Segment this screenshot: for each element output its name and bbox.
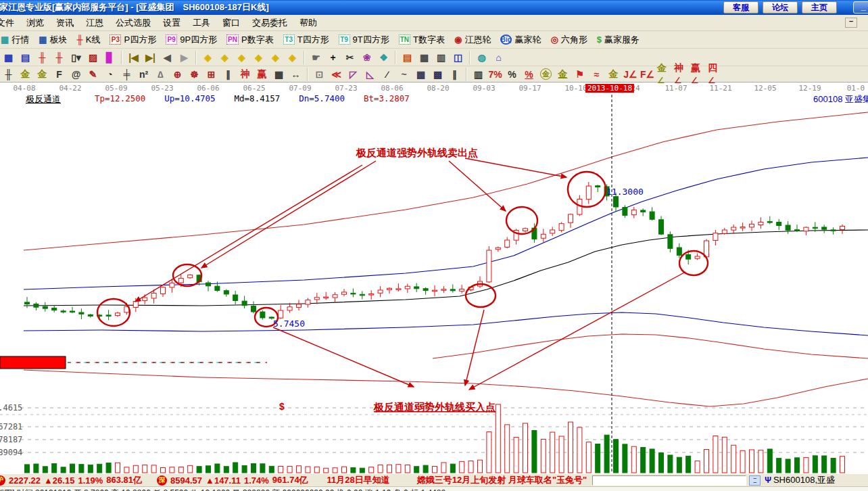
tool-K线[interactable]: ╫K线 (72, 32, 105, 47)
diamond-right-icon[interactable]: ◈ (217, 50, 233, 64)
circle-cross-icon[interactable]: ⊕ (170, 67, 185, 81)
next-bar-icon[interactable]: ▶ (176, 50, 192, 64)
ruler2-icon[interactable]: ╪ (119, 67, 135, 81)
chart-canvas[interactable]: 2.4615067281478187489094极反通道强势外轨线卖出点极反通道… (0, 83, 868, 473)
ying-angle-icon[interactable]: 赢∠ (690, 67, 706, 81)
notes-icon[interactable]: ▥ (433, 50, 449, 64)
tool-六角形[interactable]: ◎六角形 (546, 32, 592, 47)
diamond-expand-h-icon[interactable]: ◈ (234, 50, 249, 64)
f-angle-icon[interactable]: F∠ (640, 67, 655, 81)
info-panel-icon[interactable]: ▤ (18, 50, 33, 64)
star-wheel-icon[interactable]: ☸ (187, 67, 202, 81)
fan-square-icon[interactable]: ◸ (345, 67, 361, 81)
tool-T四方形[interactable]: T3T四方形 (279, 32, 334, 47)
splitter-button[interactable]: –– (749, 475, 761, 486)
flower-tool-icon[interactable]: ❀ (359, 50, 375, 64)
menu-item[interactable]: 帮助 (293, 15, 323, 31)
gold-angle-icon[interactable]: 金∠ (656, 67, 672, 81)
shen-angle-icon[interactable]: 神∠ (673, 67, 689, 81)
pct-line-icon[interactable]: % (521, 67, 537, 81)
pattern-red-icon[interactable]: ▨ (85, 50, 101, 64)
menu-item[interactable]: 工具 (187, 15, 216, 31)
span-arrow-icon[interactable]: ↔ (288, 67, 304, 81)
menu-item[interactable]: 交易委托 (246, 15, 293, 31)
knot-tool-icon[interactable]: ❖ (376, 50, 391, 64)
tool-江恩轮[interactable]: ◉江恩轮 (450, 32, 496, 47)
tool-9T四方形[interactable]: T99T四方形 (334, 32, 394, 47)
bar-width-icon[interactable]: ▯▾ (68, 50, 84, 64)
tool-P数字表[interactable]: PNP数字表 (222, 32, 279, 47)
diamond-expand-v-icon[interactable]: ◈ (268, 50, 283, 64)
n-square-icon[interactable]: n² (136, 67, 151, 81)
menu-item[interactable]: 窗口 (216, 15, 246, 31)
shen-icon[interactable]: 神 (237, 67, 253, 81)
color-volume-icon[interactable]: ▊ (102, 50, 118, 64)
kline-9-icon[interactable]: ╫ (51, 50, 67, 64)
menu-item[interactable]: 资讯 (50, 15, 80, 31)
tool-行情[interactable]: ▦行情 (0, 32, 34, 47)
title-button-2[interactable]: 论坛 (763, 1, 798, 14)
kline-chart[interactable]: 2.4615067281478187489094极反通道强势外轨线卖出点极反通道… (0, 83, 868, 473)
fan-lines-icon[interactable]: ≪ (329, 67, 344, 81)
wave-tool-icon[interactable]: ~ (396, 67, 412, 81)
ying-icon[interactable]: 赢 (254, 67, 270, 81)
tool-板块[interactable]: ▦板块 (34, 32, 72, 47)
menu-item[interactable]: 江恩 (80, 15, 110, 31)
tool-P四方形[interactable]: P3P四方形 (105, 32, 161, 47)
grid-tool-icon[interactable]: ▦ (413, 67, 429, 81)
gold-line-icon[interactable]: 金 (555, 67, 571, 81)
calculator-icon[interactable]: ▦ (416, 50, 432, 64)
kline-mark-icon[interactable]: ∥ (220, 67, 236, 81)
abacus-icon[interactable]: ▦ (271, 67, 287, 81)
save-disk-icon[interactable]: ◫ (450, 50, 466, 64)
gold-circle-icon[interactable]: 金 (538, 67, 554, 81)
chart-window-icon[interactable]: ▦ (1, 50, 16, 64)
minimize-icon[interactable]: _ (853, 1, 868, 14)
menu-item[interactable]: 设置 (157, 15, 187, 31)
tool-T数字表[interactable]: TNT数字表 (394, 32, 450, 47)
pencil-lines-icon[interactable]: ∕ (379, 67, 395, 81)
quick-input-field[interactable] (592, 475, 746, 486)
news-headline-2[interactable]: 嫦娥三号12月上旬发射 月球车取名"玉兔号" (417, 474, 587, 486)
kline-3-icon[interactable]: ╫ (34, 50, 50, 64)
gold-ratio-icon[interactable]: 金 (18, 67, 33, 81)
title-button-1[interactable]: 客服 (723, 1, 758, 14)
tool-赢家服务[interactable]: $赢家服务 (592, 32, 644, 47)
pct7-icon[interactable]: 7% (487, 67, 503, 81)
j-angle-icon[interactable]: J∠ (623, 67, 638, 81)
fibo-f-icon[interactable]: F (51, 67, 67, 81)
title-button-3[interactable]: 主页 (802, 1, 837, 14)
grid-k-icon[interactable]: ▩ (430, 67, 445, 81)
menu-item[interactable]: 公式选股 (110, 15, 157, 31)
wave-line-icon[interactable]: ≈ (589, 67, 604, 81)
square-wheel-icon[interactable]: ⊞ (203, 67, 219, 81)
first-page-icon[interactable]: |◀ (126, 50, 141, 64)
tool-9P四方形[interactable]: P99P四方形 (161, 32, 222, 47)
si-angle-icon[interactable]: 四∠ (707, 67, 723, 81)
globe-net-icon[interactable]: ◍ (474, 50, 489, 64)
pct-icon[interactable]: % (504, 67, 520, 81)
gann-ruler-icon[interactable]: ╫ (1, 67, 16, 81)
spiral-icon[interactable]: @ (68, 67, 84, 81)
angle-mirror-icon[interactable]: ∆ (153, 67, 168, 81)
computer-icon[interactable]: ⌂ (491, 50, 506, 64)
crosshair-icon[interactable]: + (325, 50, 341, 64)
fan-dark-icon[interactable]: ◺ (362, 67, 378, 81)
box-tool-icon[interactable]: ⊡ (312, 67, 327, 81)
news-headline-1[interactable]: 11月28日早知道 (327, 474, 390, 486)
menu-item[interactable]: 文件 (0, 15, 20, 31)
menu-item[interactable]: 浏览 (20, 15, 50, 31)
bars-scale-icon[interactable]: ▥ (471, 67, 486, 81)
prev-bar-icon[interactable]: ◀ (160, 50, 175, 64)
tool-赢家轮[interactable]: Big赢家轮 (496, 32, 546, 47)
indicator-name[interactable]: 极反通道 (26, 93, 61, 106)
diamond-compress-icon[interactable]: ◈ (251, 50, 266, 64)
parallel-lines-icon[interactable]: ∥ (447, 67, 462, 81)
mdi-minimize-icon[interactable]: – (845, 18, 857, 28)
diamond-left-icon[interactable]: ◈ (200, 50, 216, 64)
brush-icon[interactable]: ✎ (85, 67, 101, 81)
cycle-ruler-icon[interactable]: ◔ (102, 67, 118, 81)
calendar-icon[interactable]: ▤ (400, 50, 415, 64)
scissors-icon[interactable]: ✂ (342, 50, 358, 64)
gold-section-icon[interactable]: 金 (34, 67, 50, 81)
